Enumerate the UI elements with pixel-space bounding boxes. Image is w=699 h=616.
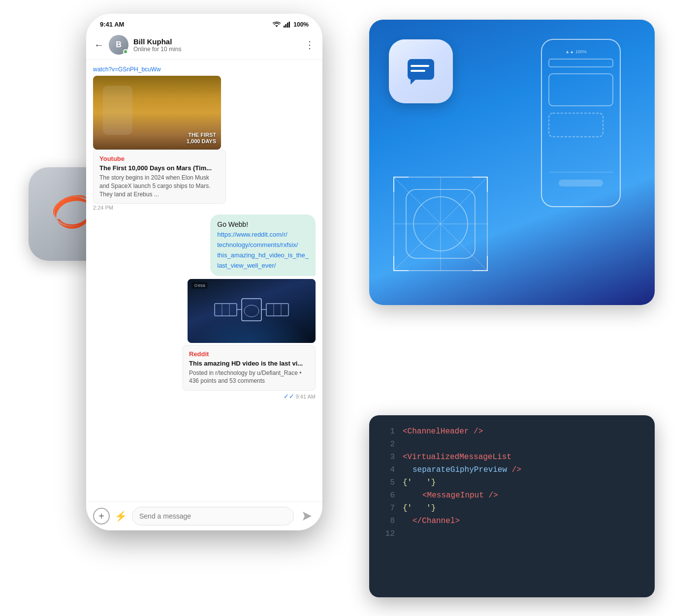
send-button[interactable] [299,508,316,524]
svg-rect-23 [549,113,603,137]
svg-text:▲▲ 100%: ▲▲ 100% [565,49,586,54]
video-overlay: THE FIRST1,000 DAYS [187,132,216,145]
svg-rect-2 [286,24,287,28]
add-attachment-button[interactable]: + [93,508,110,524]
svg-rect-3 [287,23,288,28]
svg-rect-1 [284,26,285,28]
reddit-title: This amazing HD video is the last vi... [189,360,309,367]
reddit-image: ⊙esa [188,279,316,343]
code-line-7: 7 {' '} [383,504,641,513]
svg-marker-18 [411,80,415,85]
svg-rect-17 [411,70,425,72]
chat-messages: watch?v=GSnPH_bcuWw THE FIRST1,000 DAYS … [86,60,322,501]
chat-header: ← B Bill Kuphal Online for 10 mins ⋮ [86,30,322,60]
message-input[interactable] [132,507,294,525]
reddit-desc: Posted in r/technology by u/Defiant_Race… [189,369,309,386]
commands-button[interactable]: ⚡ [115,510,127,522]
code-line-5: 5 {' '} [383,478,641,487]
svg-rect-5 [215,304,237,316]
code-line-6: 6 <MessageInput /> [383,491,641,500]
signal-icon [284,22,290,28]
svg-marker-0 [275,25,278,27]
phone-wireframe: ▲▲ 100% [532,34,640,221]
scene: 9:41 AM 100% ← [0,0,699,616]
svg-point-12 [244,305,259,317]
chat-user-info: Bill Kuphal Online for 10 mins [133,37,300,53]
phone-mockup: 9:41 AM 100% ← [86,14,322,530]
chat-input-bar: + ⚡ [86,501,322,530]
svg-rect-16 [411,65,429,67]
link-title-yt: The First 10,000 Days on Mars (Tim... [99,164,220,172]
yt-link-card: Youtube The First 10,000 Days on Mars (T… [93,150,226,204]
svg-rect-25 [559,180,603,186]
link-desc-yt: The story begins in 2024 when Elon Musk … [99,174,220,198]
sent-bubble: Go Webb! https://www.reddit.com/r/techno… [210,215,316,276]
link-source-yt: Youtube [99,155,220,162]
chat-username: Bill Kuphal [133,37,300,46]
read-receipt: ✓✓ [284,393,294,400]
svg-rect-15 [408,59,434,80]
esa-label: ⊙esa [191,282,208,289]
sent-text: Go Webb! [217,219,309,230]
satellite-svg [212,284,291,338]
time-display: 9:41 AM [100,21,124,28]
code-line-1: 1 <ChannelHeader /> [383,427,641,436]
message-received-yt: watch?v=GSnPH_bcuWw THE FIRST1,000 DAYS … [93,66,316,211]
back-button[interactable]: ← [94,39,104,51]
video-thumbnail[interactable]: THE FIRST1,000 DAYS [93,76,221,150]
online-indicator [123,49,128,54]
status-icons: 100% [273,21,309,28]
code-lines: 1 <ChannelHeader /> 2 3 <VirtualizedMess… [383,427,641,538]
code-line-12: 12 [383,529,641,538]
chat-user-status: Online for 10 mins [133,46,300,53]
reddit-source: Reddit [189,350,309,358]
code-panel: 1 <ChannelHeader /> 2 3 <VirtualizedMess… [369,415,655,597]
status-bar: 9:41 AM 100% [86,14,322,30]
sent-link[interactable]: https://www.reddit.com/r/technology/comm… [217,230,309,271]
reddit-link-card: Reddit This amazing HD video is the last… [183,345,316,391]
wifi-icon [273,22,281,28]
blue-messaging-card: ▲▲ 100% [369,20,655,305]
msg-time-reddit: ✓✓ 9:41 AM [284,393,316,400]
user-avatar-wrap: B [109,35,128,55]
svg-rect-8 [266,304,288,316]
msg-time-yt: 2:24 PM [93,205,316,211]
chat-bubble-icon [404,54,438,89]
messaging-app-icon [389,39,453,103]
code-line-2: 2 [383,440,641,449]
code-line-3: 3 <VirtualizedMessageList [383,453,641,462]
code-line-8: 8 </Channel> [383,517,641,525]
geo-wireframe-svg [389,172,492,276]
send-icon [302,511,313,522]
message-sent-reddit: Go Webb! https://www.reddit.com/r/techno… [183,215,316,400]
yt-link-text[interactable]: watch?v=GSnPH_bcuWw [93,66,316,73]
battery-level: 100% [293,21,309,28]
svg-rect-4 [289,22,290,28]
svg-rect-11 [242,299,261,321]
svg-rect-22 [549,74,613,106]
code-line-4: 4 separateGiphyPreview /> [383,465,641,474]
more-options-button[interactable]: ⋮ [305,39,315,51]
svg-rect-21 [549,59,613,67]
